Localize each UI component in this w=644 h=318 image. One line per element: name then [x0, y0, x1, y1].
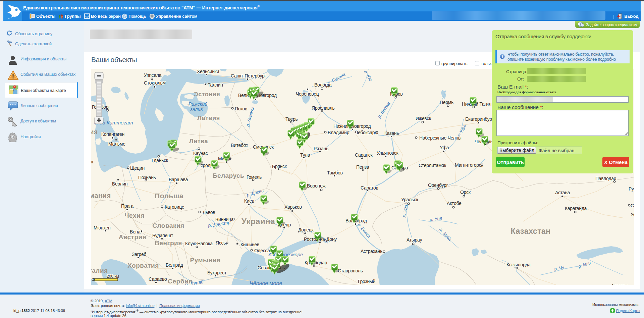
svg-text:Кишинёв: Кишинёв [240, 242, 259, 247]
svg-text:Астана: Астана [555, 190, 570, 195]
svg-text:200 км: 200 км [107, 274, 119, 279]
svg-text:Тула: Тула [300, 152, 310, 158]
svg-text:Таллин: Таллин [208, 82, 223, 88]
svg-text:Украина: Украина [241, 217, 275, 226]
svg-text:Ижевск: Ижевск [416, 116, 431, 121]
svg-text:Хорватия: Хорватия [127, 262, 159, 269]
svg-text:Эстония: Эстония [194, 91, 220, 98]
svg-text:Грозный: Грозный [358, 279, 375, 284]
svg-text:Астрахань: Астрахань [361, 249, 382, 254]
svg-text:Бишкек: Бишкек [582, 285, 598, 285]
svg-text:Литва: Литва [189, 138, 208, 145]
svg-text:Вена: Вена [130, 229, 141, 234]
svg-text:Чебоксары: Чебоксары [355, 130, 378, 135]
svg-text:Набережные Челны: Набережные Челны [419, 135, 462, 141]
svg-text:Магнитогорск: Магнитогорск [455, 162, 483, 168]
svg-text:Австрия: Австрия [119, 233, 147, 241]
svg-text:Павлодар: Павлодар [595, 176, 616, 181]
svg-text:Череповец: Череповец [296, 91, 319, 97]
svg-text:Одесса: Одесса [254, 248, 270, 253]
svg-text:Копенгаген: Копенгаген [101, 131, 124, 137]
svg-text:Чехия: Чехия [124, 212, 145, 219]
svg-text:Италия: Италия [91, 267, 108, 274]
svg-text:Латвия: Латвия [197, 115, 220, 121]
svg-text:Саранск: Саранск [355, 152, 373, 158]
svg-text:Мюнхен: Мюнхен [94, 225, 110, 230]
svg-text:Белград: Белград [166, 262, 183, 268]
svg-text:Воронеж: Воронеж [307, 183, 326, 189]
svg-text:Казахстан: Казахстан [511, 227, 551, 235]
svg-text:Гданьск: Гданьск [152, 158, 168, 163]
svg-text:Орск: Орск [460, 190, 471, 195]
svg-text:Загреб: Загреб [132, 252, 146, 257]
svg-text:Рязань: Рязань [314, 146, 328, 151]
svg-text:Семей: Семей [631, 203, 634, 208]
svg-text:Пермь: Пермь [440, 100, 453, 105]
svg-text:Кызылорда: Кызылорда [506, 262, 531, 267]
svg-text:Саратов: Саратов [361, 185, 378, 191]
svg-text:Хельсинки: Хельсинки [197, 69, 219, 74]
svg-text:Уфа: Уфа [440, 145, 449, 150]
svg-text:Уральск: Уральск [401, 197, 418, 202]
svg-text:Караганда: Караганда [565, 206, 587, 211]
svg-text:Харьков: Харьков [284, 204, 302, 210]
svg-text:Усть-Каменогорск: Усть-Каменогорск [631, 212, 634, 217]
svg-text:Казань: Казань [384, 130, 399, 136]
svg-text:Сараево: Сараево [149, 276, 167, 282]
svg-text:Ярославль: Ярославль [312, 105, 335, 111]
svg-text:Будапешт: Будапешт [152, 233, 173, 238]
svg-text:Тараз: Тараз [558, 284, 570, 285]
svg-text:залив: залив [190, 107, 203, 112]
svg-text:Румыния: Румыния [190, 257, 220, 264]
svg-text:Прага: Прага [121, 203, 133, 209]
svg-text:Клуж-Напока: Клуж-Напока [185, 241, 213, 246]
svg-text:Уппсала: Уппсала [144, 72, 162, 78]
svg-text:Гамбург: Гамбург [91, 159, 94, 164]
svg-text:Тамбов: Тамбов [327, 170, 343, 175]
svg-text:Екатеринбург: Екатеринбург [465, 116, 494, 122]
svg-text:Щецин: Щецин [130, 165, 145, 171]
svg-text:Германия: Германия [91, 192, 111, 199]
svg-text:Варшава: Варшава [169, 177, 188, 182]
svg-text:Вологда: Вологда [314, 82, 332, 88]
svg-text:Псков: Псков [235, 106, 247, 111]
svg-text:Беларусь: Беларусь [213, 172, 245, 179]
svg-text:Ульяновск: Ульяновск [377, 150, 398, 156]
svg-text:?: ? [123, 14, 125, 18]
svg-text:Пенза: Пенза [356, 164, 369, 170]
svg-text:Каунас: Каунас [193, 151, 208, 156]
svg-text:Ставрополь: Ставрополь [338, 268, 363, 273]
svg-text:Польша: Польша [155, 192, 183, 200]
svg-text:Яссы: Яссы [216, 240, 227, 246]
svg-text:Берлин: Берлин [112, 181, 127, 187]
svg-text:Катовице: Катовице [165, 204, 184, 210]
svg-text:Оренбург: Оренбург [428, 182, 448, 188]
svg-text:Алматы: Алматы [611, 283, 628, 285]
svg-text:Стокгольм: Стокгольм [144, 80, 166, 86]
svg-text:Ф: Ф [92, 277, 95, 282]
svg-text:Владимир: Владимир [328, 130, 350, 135]
svg-text:Дания: Дания [91, 128, 98, 135]
svg-text:Познань: Познань [138, 175, 156, 180]
svg-text:Донецк: Донецк [298, 227, 314, 232]
svg-text:Бухарест: Бухарест [207, 270, 227, 275]
svg-text:Рижский: Рижский [189, 101, 207, 107]
svg-text:Венгрия: Венгрия [155, 240, 182, 247]
svg-text:Киев: Киев [244, 198, 254, 204]
svg-text:Санкт-Петербург: Санкт-Петербург [231, 73, 266, 78]
svg-text:Рубцовск: Рубцовск [629, 186, 634, 192]
svg-text:Актобе: Актобе [447, 201, 462, 206]
svg-text:Тверь: Тверь [285, 116, 298, 122]
svg-text:Винница: Винница [215, 217, 234, 222]
svg-text:Мальме: Мальме [108, 141, 125, 147]
svg-text:Чёрное море: Чёрное море [250, 280, 282, 285]
svg-text:Атырау: Атырау [407, 237, 422, 243]
svg-text:Словакия: Словакия [152, 222, 184, 229]
svg-text:Львов: Львов [203, 210, 215, 215]
